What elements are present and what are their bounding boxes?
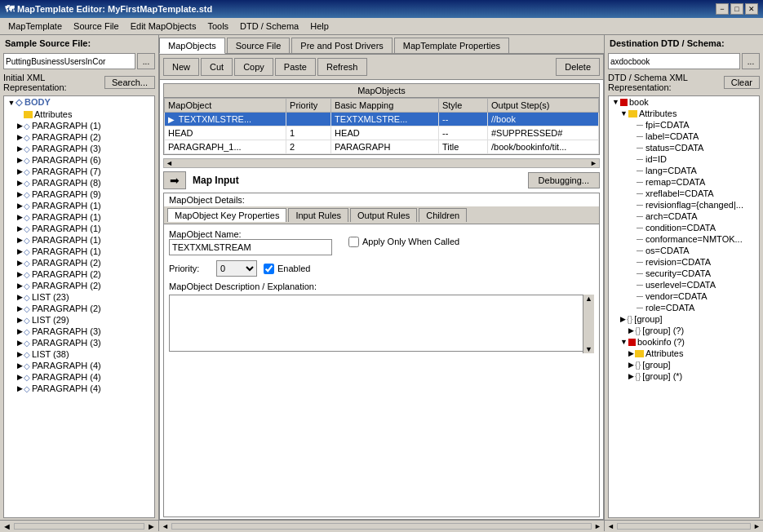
center-scroll-right[interactable]: ►: [592, 522, 604, 530]
r-tree-item-bookinfo-group2[interactable]: ▶ {} [group] (*): [609, 370, 759, 382]
tree-item-para11[interactable]: ▶ ◇ PARAGRAPH (1): [4, 211, 154, 223]
r-tree-item-lang[interactable]: lang=CDATA: [609, 165, 759, 176]
r-tree-item-os[interactable]: os=CDATA: [609, 245, 759, 256]
table-row[interactable]: HEAD 1 HEAD -- #SUPPRESSED#: [165, 126, 599, 140]
r-tree-item-revision[interactable]: revision=CDATA: [609, 256, 759, 268]
r-tree-item-status[interactable]: status=CDATA: [609, 142, 759, 153]
r-tree-item-security[interactable]: security=CDATA: [609, 268, 759, 279]
r-tree-item-condition[interactable]: condition=CDATA: [609, 222, 759, 233]
minimize-button[interactable]: −: [716, 3, 729, 15]
tree-item-para14[interactable]: ▶ ◇ PARAGRAPH (1): [4, 246, 154, 257]
clear-button[interactable]: Clear: [724, 76, 760, 89]
r-tree-item-conformance[interactable]: conformance=NMTOK...: [609, 233, 759, 245]
paste-button[interactable]: Paste: [275, 58, 316, 76]
r-tree-item-userlevel[interactable]: userlevel=CDATA: [609, 279, 759, 290]
r-tree-item-attrs[interactable]: ▼ Attributes: [609, 108, 759, 119]
tree-item-para42[interactable]: ▶ ◇ PARAGRAPH (4): [4, 383, 154, 394]
tree-item-list29[interactable]: ▶ ◇ LIST (29): [4, 314, 154, 326]
r-tree-item-revisionflag[interactable]: revisionflag={changed|...: [609, 199, 759, 211]
copy-button[interactable]: Copy: [234, 58, 273, 76]
tab-key-properties[interactable]: MapObject Key Properties: [167, 208, 286, 222]
search-button[interactable]: Search...: [104, 76, 155, 89]
dest-input[interactable]: [608, 53, 740, 69]
tab-mapobjects[interactable]: MapObjects: [159, 38, 225, 54]
enabled-checkbox[interactable]: [264, 264, 274, 274]
r-tree-item-bookinfo[interactable]: ▼ bookinfo (?): [609, 336, 759, 348]
scroll-right-icon[interactable]: ►: [144, 521, 158, 531]
r-tree-item-fpi[interactable]: fpi=CDATA: [609, 119, 759, 131]
table-scroll-left[interactable]: ◄: [164, 159, 175, 167]
tree-item-para10[interactable]: ▶ ◇ PARAGRAPH (1): [4, 200, 154, 211]
tree-item-para21[interactable]: ▶ ◇ PARAGRAPH (2): [4, 268, 154, 280]
menu-tools[interactable]: Tools: [202, 20, 233, 33]
r-tree-item-label[interactable]: label=CDATA: [609, 131, 759, 142]
maximize-button[interactable]: □: [730, 3, 743, 15]
tree-item-para41[interactable]: ▶ ◇ PARAGRAPH (4): [4, 371, 154, 383]
tab-pre-post-drivers[interactable]: Pre and Post Drivers: [291, 38, 392, 53]
table-scroll-right[interactable]: ►: [588, 159, 599, 167]
r-tree-item-bookinfo-group1[interactable]: ▶ {} [group]: [609, 359, 759, 370]
tree-item-para40[interactable]: ▶ ◇ PARAGRAPH (4): [4, 360, 154, 371]
refresh-button[interactable]: Refresh: [317, 58, 367, 76]
apply-when-called-checkbox-row[interactable]: Apply Only When Called: [348, 237, 459, 247]
new-button[interactable]: New: [163, 58, 199, 76]
tree-item-para30[interactable]: ▶ ◇ PARAGRAPH (3): [4, 326, 154, 337]
center-bottom-scrollbar[interactable]: ◄ ►: [159, 520, 604, 531]
tree-item-para2[interactable]: ▶ ◇ PARAGRAPH (2): [4, 131, 154, 143]
tab-children[interactable]: Children: [419, 208, 467, 222]
source-file-browse-button[interactable]: ...: [137, 53, 155, 69]
menu-editmapobjects[interactable]: Edit MapObjects: [126, 20, 202, 33]
tab-input-rules[interactable]: Input Rules: [288, 208, 348, 222]
delete-button[interactable]: Delete: [556, 58, 600, 76]
tree-item-para9[interactable]: ▶ ◇ PARAGRAPH (9): [4, 188, 154, 200]
table-row[interactable]: PARAGRAPH_1... 2 PARAGRAPH Title /book/b…: [165, 140, 599, 154]
r-tree-item-group1[interactable]: ▶ {} [group]: [609, 313, 759, 325]
desc-scroll-up[interactable]: ▲: [583, 295, 594, 303]
tree-item-para23[interactable]: ▶ ◇ PARAGRAPH (2): [4, 303, 154, 314]
apply-when-called-checkbox[interactable]: [348, 237, 359, 247]
left-tree[interactable]: ▼ ◇ BODY Attributes ▶ ◇ PARAGRAPH (1) ▶ …: [3, 95, 155, 518]
tab-maptemplate-props[interactable]: MapTemplate Properties: [394, 38, 509, 53]
right-scroll-right[interactable]: ►: [751, 522, 763, 530]
dest-browse-button[interactable]: ...: [742, 53, 760, 69]
tree-item-para13[interactable]: ▶ ◇ PARAGRAPH (1): [4, 234, 154, 246]
center-scroll-left[interactable]: ◄: [159, 522, 171, 530]
tree-item-para6[interactable]: ▶ ◇ PARAGRAPH (6): [4, 154, 154, 166]
left-panel-scrollbar[interactable]: ◄ ►: [0, 520, 158, 531]
scroll-left-icon[interactable]: ◄: [0, 521, 14, 531]
tree-item-para7[interactable]: ▶ ◇ PARAGRAPH (7): [4, 166, 154, 177]
right-bottom-scrollbar[interactable]: ◄ ►: [605, 520, 763, 531]
tree-item-para12[interactable]: ▶ ◇ PARAGRAPH (1): [4, 223, 154, 234]
r-tree-item-role[interactable]: role=CDATA: [609, 302, 759, 313]
tree-item-para20[interactable]: ▶ ◇ PARAGRAPH (2): [4, 257, 154, 268]
r-tree-item-xreflabel[interactable]: xreflabel=CDATA: [609, 188, 759, 199]
debugging-button[interactable]: Debugging...: [528, 172, 600, 188]
tree-item-attributes[interactable]: Attributes: [4, 109, 154, 120]
r-tree-item-bookinfo-attrs[interactable]: ▶ Attributes: [609, 348, 759, 359]
tab-output-rules[interactable]: Output Rules: [350, 208, 417, 222]
tree-item-body[interactable]: ▼ ◇ BODY: [4, 96, 154, 109]
tree-item-para1[interactable]: ▶ ◇ PARAGRAPH (1): [4, 120, 154, 131]
description-textarea[interactable]: [169, 295, 594, 352]
mapobject-name-input[interactable]: [169, 239, 332, 255]
tree-item-para3[interactable]: ▶ ◇ PARAGRAPH (3): [4, 143, 154, 154]
close-button[interactable]: ✕: [745, 3, 758, 15]
menu-sourcefile[interactable]: Source File: [69, 20, 124, 33]
tree-item-para8[interactable]: ▶ ◇ PARAGRAPH (8): [4, 177, 154, 188]
r-tree-item-group2[interactable]: ▶ {} [group] (?): [609, 325, 759, 336]
r-tree-item-vendor[interactable]: vendor=CDATA: [609, 290, 759, 302]
menu-maptemplate[interactable]: MapTemplate: [3, 20, 67, 33]
cut-button[interactable]: Cut: [201, 58, 233, 76]
enabled-checkbox-row[interactable]: Enabled: [264, 264, 310, 274]
tree-item-list38[interactable]: ▶ ◇ LIST (38): [4, 348, 154, 360]
menu-dtdschema[interactable]: DTD / Schema: [235, 20, 304, 33]
tree-item-para22[interactable]: ▶ ◇ PARAGRAPH (2): [4, 280, 154, 291]
tab-sourcefile[interactable]: Source File: [227, 38, 291, 53]
r-tree-item-arch[interactable]: arch=CDATA: [609, 211, 759, 222]
priority-select[interactable]: 0: [216, 260, 257, 277]
right-tree[interactable]: ▼ book ▼ Attributes fpi=CDATA label=CDAT…: [608, 95, 760, 518]
r-tree-item-remap[interactable]: remap=CDATA: [609, 176, 759, 188]
table-scrollbar[interactable]: ◄ ►: [163, 158, 600, 168]
tree-item-list23[interactable]: ▶ ◇ LIST (23): [4, 291, 154, 303]
tree-item-para31[interactable]: ▶ ◇ PARAGRAPH (3): [4, 337, 154, 348]
